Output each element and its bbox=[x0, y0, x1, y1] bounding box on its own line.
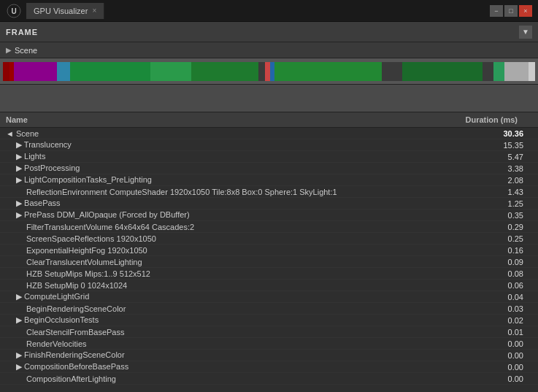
row-name: ScreenSpaceReflections 1920x1050 bbox=[0, 234, 443, 243]
window-controls: − □ × bbox=[490, 5, 532, 17]
row-duration: 0.08 bbox=[443, 269, 538, 278]
frame-label: FRAME bbox=[6, 28, 519, 36]
table-row[interactable]: ◄ Scene30.36 bbox=[0, 128, 538, 139]
color-bar-container bbox=[0, 58, 538, 85]
table-row[interactable]: ▶ BasePass1.25 bbox=[0, 198, 538, 210]
table-row[interactable]: BeginRenderingSceneColor0.03 bbox=[0, 303, 538, 315]
row-duration: 15.35 bbox=[443, 141, 538, 150]
row-duration: 2.08 bbox=[443, 176, 538, 185]
maximize-button[interactable]: □ bbox=[504, 5, 518, 17]
tab-label: GPU Visualizer bbox=[34, 7, 88, 15]
row-duration: 0.06 bbox=[443, 281, 538, 290]
row-duration: 0.00 bbox=[443, 363, 538, 372]
row-duration: 1.43 bbox=[443, 188, 538, 196]
table-row[interactable]: ▶ LightCompositionTasks_PreLighting2.08 bbox=[0, 174, 538, 186]
row-duration: 0.09 bbox=[443, 258, 538, 266]
table-row[interactable]: HZB SetupMip 0 1024x10240.06 bbox=[0, 280, 538, 291]
row-name: ▶ Lights bbox=[0, 152, 443, 161]
minimize-button[interactable]: − bbox=[490, 5, 503, 17]
scene-expand-arrow: ▶ bbox=[6, 46, 12, 54]
row-duration: 3.38 bbox=[443, 164, 538, 173]
table-header: Name Duration (ms) bbox=[0, 112, 538, 128]
row-name: ▶ CompositionBeforeBasePass bbox=[0, 362, 443, 372]
row-name: FilterTranslucentVolume 64x64x64 Cascade… bbox=[0, 223, 443, 231]
row-duration: 0.29 bbox=[443, 223, 538, 231]
tab-bar: GPU Visualizer × bbox=[26, 3, 490, 19]
table-row[interactable]: ▶ Lights5.47 bbox=[0, 151, 538, 163]
table-row[interactable]: ▶ ComputeLightGrid0.04 bbox=[0, 291, 538, 303]
table-row[interactable]: ▶ Translucency15.35 bbox=[0, 139, 538, 151]
row-duration: 0.00 bbox=[443, 374, 538, 383]
row-name: ExponentialHeightFog 1920x1050 bbox=[0, 246, 443, 255]
table-row[interactable]: ScreenSpaceReflections 1920x10500.25 bbox=[0, 233, 538, 245]
col-name: Name bbox=[6, 115, 430, 124]
row-name: CompositionAfterLighting bbox=[0, 374, 443, 383]
svg-text:U: U bbox=[11, 7, 16, 15]
row-duration: 0.04 bbox=[443, 293, 538, 301]
gpu-visualizer-tab[interactable]: GPU Visualizer × bbox=[26, 3, 104, 19]
row-duration: 0.00 bbox=[443, 351, 538, 360]
table-row[interactable]: ▶ CompositionBeforeBasePass0.00 bbox=[0, 361, 538, 373]
table-row[interactable]: ReflectionEnvironment ComputeShader 1920… bbox=[0, 186, 538, 198]
row-duration: 0.02 bbox=[443, 316, 538, 325]
row-name: RenderVelocities bbox=[0, 339, 443, 348]
table-row[interactable]: RenderVelocities0.00 bbox=[0, 338, 538, 350]
table-row[interactable]: ▶ BeginOcclusionTests0.02 bbox=[0, 315, 538, 326]
ue-logo: U bbox=[6, 3, 22, 19]
table-row[interactable]: CompositionAfterLighting0.00 bbox=[0, 373, 538, 385]
table-row[interactable]: FilterTranslucentVolume 64x64x64 Cascade… bbox=[0, 221, 538, 233]
toolbar: FRAME ▼ bbox=[0, 22, 538, 42]
row-name: ▶ Translucency bbox=[0, 140, 443, 150]
table-body[interactable]: ◄ Scene30.36▶ Translucency15.35▶ Lights5… bbox=[0, 128, 538, 392]
row-name: ▶ ComputeLightGrid bbox=[0, 292, 443, 301]
table-row[interactable]: ▶ PrePass DDM_AllOpaque (Forced by DBuff… bbox=[0, 210, 538, 221]
table-row[interactable]: HZB SetupMips Mips:1..9 512x5120.08 bbox=[0, 268, 538, 280]
scene-header[interactable]: ▶ Scene bbox=[0, 42, 538, 58]
row-duration: 0.03 bbox=[443, 304, 538, 313]
title-bar: U GPU Visualizer × − □ × bbox=[0, 0, 538, 22]
row-duration: 1.25 bbox=[443, 199, 538, 208]
tab-close-icon[interactable]: × bbox=[92, 7, 96, 15]
table-row[interactable]: ▶ PostProcessing3.38 bbox=[0, 163, 538, 174]
row-duration: 0.00 bbox=[443, 339, 538, 348]
scene-label: Scene bbox=[15, 46, 37, 55]
row-name: ▶ LightCompositionTasks_PreLighting bbox=[0, 175, 443, 185]
col-duration: Duration (ms) bbox=[430, 115, 532, 124]
row-duration: 0.35 bbox=[443, 211, 538, 220]
close-button[interactable]: × bbox=[519, 5, 532, 17]
color-bar bbox=[3, 62, 535, 81]
frame-dropdown[interactable]: ▼ bbox=[519, 26, 532, 39]
row-duration: 30.36 bbox=[443, 129, 538, 138]
row-duration: 0.25 bbox=[443, 234, 538, 243]
row-name: HZB SetupMips Mips:1..9 512x512 bbox=[0, 269, 443, 278]
row-name: ReflectionEnvironment ComputeShader 1920… bbox=[0, 188, 443, 196]
row-name: ClearTranslucentVolumeLighting bbox=[0, 258, 443, 266]
row-name: HZB SetupMip 0 1024x1024 bbox=[0, 281, 443, 290]
row-name: BeginRenderingSceneColor bbox=[0, 304, 443, 313]
row-name: ▶ BasePass bbox=[0, 199, 443, 208]
row-name: ▶ FinishRenderingSceneColor bbox=[0, 350, 443, 360]
row-duration: 0.01 bbox=[443, 328, 538, 337]
row-name: ◄ Scene bbox=[0, 129, 443, 138]
row-duration: 5.47 bbox=[443, 153, 538, 161]
row-name: ClearStencilFromBasePass bbox=[0, 328, 443, 337]
row-name: ▶ PostProcessing bbox=[0, 164, 443, 173]
table-container: Name Duration (ms) ◄ Scene30.36▶ Translu… bbox=[0, 112, 538, 392]
row-name: ▶ BeginOcclusionTests bbox=[0, 315, 443, 325]
row-name: ▶ PrePass DDM_AllOpaque (Forced by DBuff… bbox=[0, 210, 443, 220]
mid-space bbox=[0, 85, 538, 112]
table-row[interactable]: ExponentialHeightFog 1920x10500.16 bbox=[0, 245, 538, 256]
row-duration: 0.16 bbox=[443, 246, 538, 255]
table-row[interactable]: ClearTranslucentVolumeLighting0.09 bbox=[0, 256, 538, 268]
table-row[interactable]: ClearStencilFromBasePass0.01 bbox=[0, 326, 538, 338]
table-row[interactable]: ▶ FinishRenderingSceneColor0.00 bbox=[0, 350, 538, 361]
